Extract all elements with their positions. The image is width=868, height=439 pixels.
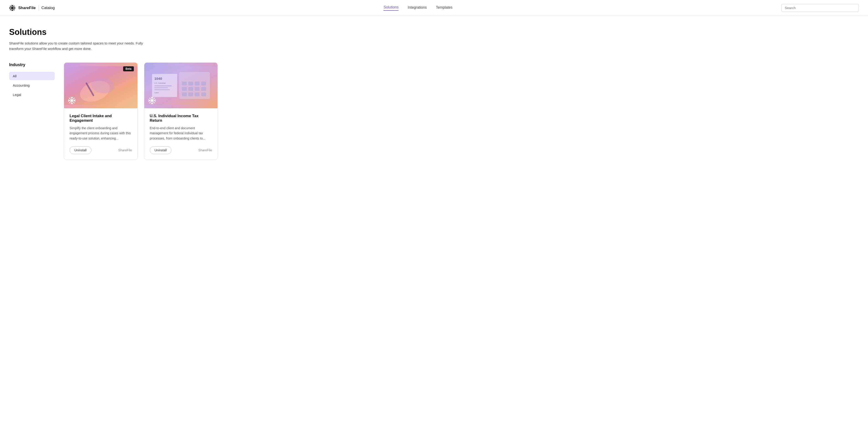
- sharefile-logo-icon: [9, 5, 16, 11]
- card-image-overlay-legal: [64, 63, 137, 108]
- card-provider-legal: ShareFile: [118, 148, 132, 152]
- header: ShareFile Catalog Solutions Integrations…: [0, 0, 868, 16]
- card-footer-tax: Uninstall ShareFile: [150, 146, 212, 154]
- uninstall-button-tax[interactable]: Uninstall: [150, 146, 172, 154]
- page-description: ShareFile solutions allow you to create …: [9, 40, 155, 52]
- sidebar-title: Industry: [9, 62, 55, 67]
- brand-name: ShareFile: [18, 6, 36, 10]
- search-input[interactable]: [785, 6, 856, 10]
- main-content: Solutions ShareFile solutions allow you …: [0, 16, 868, 171]
- card-image-tax: 1040 U.S. Individual Label: [144, 63, 218, 108]
- nav-item-templates[interactable]: Templates: [436, 5, 453, 10]
- main-nav: Solutions Integrations Templates: [383, 5, 452, 11]
- nav-item-integrations[interactable]: Integrations: [408, 5, 427, 10]
- card-image-legal: Beta: [64, 63, 137, 108]
- catalog-label: Catalog: [41, 6, 55, 10]
- logo-divider: [38, 5, 39, 11]
- card-tax-return: 1040 U.S. Individual Label: [144, 62, 218, 160]
- card-description-tax: End-to-end client and document managemen…: [150, 126, 212, 141]
- nav-item-solutions[interactable]: Solutions: [383, 5, 399, 11]
- sidebar-item-all[interactable]: All: [9, 72, 55, 80]
- logo-area: ShareFile Catalog: [9, 5, 55, 11]
- sidebar-item-legal[interactable]: Legal: [9, 91, 55, 99]
- cards-grid: Beta Legal Client Intake and Engagement …: [64, 62, 859, 160]
- card-footer-legal: Uninstall ShareFile: [69, 146, 132, 154]
- sidebar: Industry All Accounting Legal: [9, 62, 55, 160]
- card-title-legal: Legal Client Intake and Engagement: [69, 114, 132, 123]
- card-body-legal: Legal Client Intake and Engagement Simpl…: [64, 108, 137, 160]
- sharefile-card-icon-legal: [68, 96, 76, 105]
- card-image-overlay-tax: [144, 63, 218, 108]
- search-box[interactable]: [781, 4, 859, 12]
- content-area: Industry All Accounting Legal: [9, 62, 859, 160]
- sidebar-list: All Accounting Legal: [9, 72, 55, 99]
- sharefile-card-icon-tax: [148, 96, 156, 105]
- card-title-tax: U.S. Individual Income Tax Return: [150, 114, 212, 123]
- page-title: Solutions: [9, 27, 859, 37]
- sidebar-item-accounting[interactable]: Accounting: [9, 81, 55, 90]
- uninstall-button-legal[interactable]: Uninstall: [69, 146, 91, 154]
- card-description-legal: Simplify the client onboarding and engag…: [69, 126, 132, 141]
- card-body-tax: U.S. Individual Income Tax Return End-to…: [144, 108, 218, 160]
- card-provider-tax: ShareFile: [198, 148, 212, 152]
- card-legal-intake: Beta Legal Client Intake and Engagement …: [64, 62, 138, 160]
